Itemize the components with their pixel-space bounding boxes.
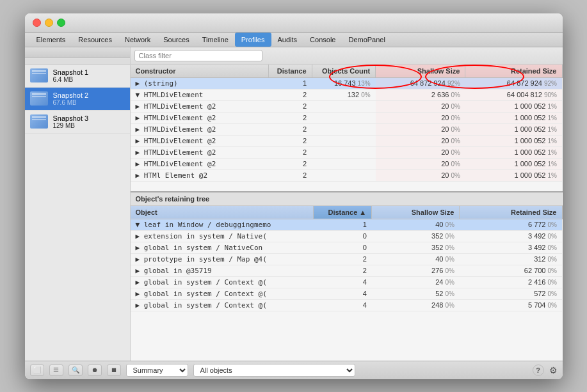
cell-shallow: 20 0%: [376, 100, 465, 112]
heap-table-row[interactable]: ▼ HTMLDivElement 2 132 0% 2 636 0% 64 00…: [131, 89, 563, 100]
class-filter-input[interactable]: [134, 50, 262, 61]
cell-constructor: ▼ HTMLDivElement: [131, 89, 269, 100]
snapshot-1-name: Snapshot 1: [53, 68, 89, 76]
cell-shallow: 352 0%: [372, 230, 460, 242]
summary-dropdown[interactable]: Summary Comparison Containment Dominator…: [126, 364, 188, 377]
snapshot-1[interactable]: Snapshot 1 6.4 MB: [25, 65, 130, 88]
th-bt-shallow[interactable]: Shallow Size: [372, 205, 460, 219]
take-snapshot-button[interactable]: ⬜: [30, 365, 44, 376]
heap-table-row[interactable]: ▶ (string) 1 16 743 13% 64 872 924 92% 6…: [131, 77, 563, 89]
heap-table-row[interactable]: ▶ HTMLDivElement @2 2 20 0% 1 000 052 1%: [131, 146, 563, 158]
cell-distance: 2: [268, 112, 312, 123]
cell-retained: 64 872 924 92%: [465, 77, 562, 89]
cell-objects: [312, 123, 375, 135]
cell-distance: 2: [268, 146, 312, 158]
search-button[interactable]: 🔍: [68, 365, 83, 376]
retaining-tree-row[interactable]: ▶ global in system / Context @( 4 24 0% …: [131, 276, 563, 288]
sidebar-section-header: [25, 58, 130, 65]
gear-button[interactable]: ⚙: [549, 365, 558, 375]
th-object[interactable]: Object: [131, 205, 314, 219]
th-bt-retained[interactable]: Retained Size: [460, 205, 562, 219]
cell-shallow: 20 0%: [376, 146, 465, 158]
cell-objects: [312, 100, 375, 112]
cell-shallow: 20 0%: [376, 169, 465, 181]
cell-shallow: 24 0%: [372, 276, 460, 288]
menu-demopanel[interactable]: DemoPanel: [342, 33, 391, 47]
cell-distance: 2: [268, 89, 312, 100]
snapshot-icon-2: [30, 91, 48, 106]
retaining-tree-row[interactable]: ▶ global in system / Context @( 4 248 0%…: [131, 299, 563, 311]
stop-button[interactable]: ⏹: [107, 365, 121, 376]
cell-distance: 1: [268, 77, 312, 89]
cell-retained: 1 000 052 1%: [465, 112, 562, 123]
heap-table-row[interactable]: ▶ HTMl Element @2 2 20 0% 1 000 052 1%: [131, 169, 563, 181]
top-table-container: Constructor Distance Objects Count Shall…: [131, 65, 563, 192]
snapshot-icon-1: [30, 68, 48, 82]
menu-profiles[interactable]: Profiles: [235, 33, 271, 47]
menu-timeline[interactable]: Timeline: [196, 33, 235, 47]
maximize-button[interactable]: [57, 19, 65, 27]
th-constructor[interactable]: Constructor: [131, 65, 269, 78]
cell-shallow: 64 872 924 92%: [376, 77, 465, 89]
help-button[interactable]: ?: [533, 365, 544, 376]
cell-shallow: 40 0%: [372, 219, 460, 230]
close-button[interactable]: [33, 19, 41, 27]
cell-retained: 1 000 052 1%: [465, 169, 562, 181]
cell-dist: 0: [313, 230, 371, 242]
traffic-lights: [33, 19, 65, 27]
retaining-tree-row[interactable]: ▶ global in @35719 2 276 0% 62 700 0%: [131, 265, 563, 276]
menu-bar: Elements Resources Network Sources Timel…: [25, 33, 563, 47]
cell-shallow: 20 0%: [376, 135, 465, 146]
cell-retained: 62 700 0%: [460, 265, 562, 276]
cell-retained: 3 492 0%: [460, 230, 562, 242]
snapshot-icon-3: [30, 114, 48, 129]
retaining-tree-row[interactable]: ▶ prototype in system / Map @4( 2 40 0% …: [131, 253, 563, 265]
status-bar: ⬜ ☰ 🔍 ⏺ ⏹ Summary Comparison Containment…: [25, 361, 563, 379]
list-view-button[interactable]: ☰: [49, 365, 63, 376]
menu-network[interactable]: Network: [118, 33, 157, 47]
retaining-tree-row[interactable]: ▶ global in system / Context @( 4 52 0% …: [131, 288, 563, 299]
record-button[interactable]: ⏺: [88, 365, 102, 376]
menu-resources[interactable]: Resources: [72, 33, 118, 47]
cell-object: ▶ global in @35719: [131, 265, 314, 276]
devtools-window: Elements Resources Network Sources Timel…: [25, 13, 563, 379]
heap-table-row[interactable]: ▶ HTMLDivElement @2 2 20 0% 1 000 052 1%: [131, 112, 563, 123]
cell-constructor: ▶ HTMLDivElement @2: [131, 112, 269, 123]
cell-shallow: 352 0%: [372, 242, 460, 253]
heap-table-row[interactable]: ▶ HTMLDivElement @2 2 20 0% 1 000 052 1%: [131, 123, 563, 135]
menu-console[interactable]: Console: [303, 33, 342, 47]
menu-elements[interactable]: Elements: [30, 33, 72, 47]
heap-table-row[interactable]: ▶ HTMLDivElement @2 2 20 0% 1 000 052 1%: [131, 158, 563, 169]
minimize-button[interactable]: [45, 19, 53, 27]
th-retained[interactable]: Retained Size: [465, 65, 562, 78]
cell-object: ▶ extension in system / Native(: [131, 230, 314, 242]
cell-dist: 4: [313, 299, 371, 311]
cell-constructor: ▶ (string): [131, 77, 269, 89]
heap-table-row[interactable]: ▶ HTMLDivElement @2 2 20 0% 1 000 052 1%: [131, 100, 563, 112]
snapshot-1-size: 6.4 MB: [53, 76, 89, 83]
cell-distance: 2: [268, 100, 312, 112]
cell-retained: 1 000 052 1%: [465, 123, 562, 135]
cell-shallow: 20 0%: [376, 123, 465, 135]
filter-dropdown[interactable]: All objects Objects allocated between Sn…: [193, 364, 355, 377]
heap-table-row[interactable]: ▶ HTMLDivElement @2 2 20 0% 1 000 052 1%: [131, 135, 563, 146]
cell-dist: 1: [313, 219, 371, 230]
cell-constructor: ▶ HTMLDivElement @2: [131, 158, 269, 169]
cell-shallow: 248 0%: [372, 299, 460, 311]
menu-sources[interactable]: Sources: [157, 33, 195, 47]
heap-table: Constructor Distance Objects Count Shall…: [131, 65, 563, 182]
th-bt-distance[interactable]: Distance ▲: [313, 205, 371, 219]
snapshot-3[interactable]: Snapshot 3 129 MB: [25, 111, 130, 134]
th-objects[interactable]: Objects Count: [312, 65, 375, 78]
snapshot-2[interactable]: Snapshot 2 67.6 MB: [25, 88, 130, 111]
cell-shallow: 20 0%: [376, 158, 465, 169]
th-shallow[interactable]: Shallow Size: [376, 65, 465, 78]
retaining-tree-row[interactable]: ▶ extension in system / Native( 0 352 0%…: [131, 230, 563, 242]
cell-retained: 1 000 052 1%: [465, 100, 562, 112]
cell-objects: [312, 112, 375, 123]
retaining-tree-row[interactable]: ▶ global in system / NativeCon 0 352 0% …: [131, 242, 563, 253]
th-distance[interactable]: Distance: [268, 65, 312, 78]
retaining-tree-row[interactable]: ▼ leaf in Window / debuggingmemo 1 40 0%…: [131, 219, 563, 230]
cell-objects: [312, 158, 375, 169]
menu-audits[interactable]: Audits: [271, 33, 304, 47]
